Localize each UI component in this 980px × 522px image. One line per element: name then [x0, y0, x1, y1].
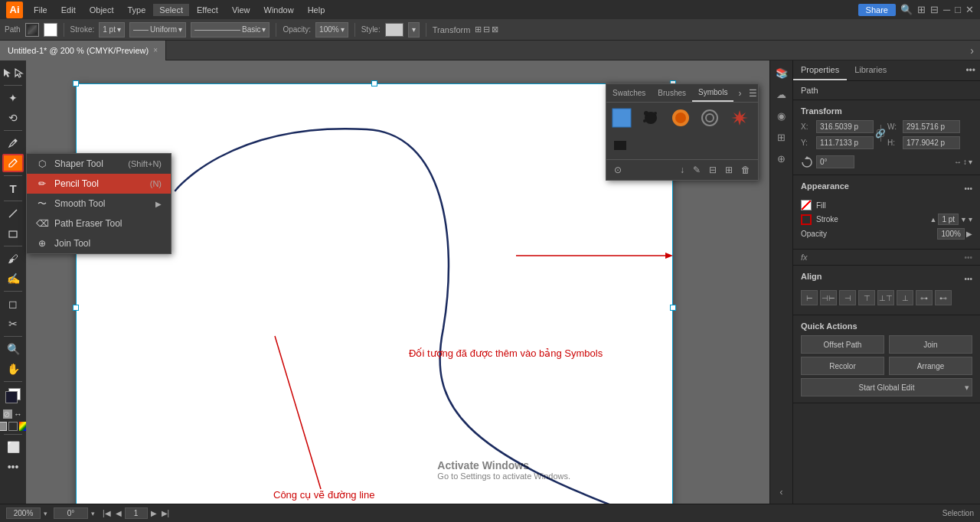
pencil-tool-item[interactable]: ✏ Pencil Tool (N) — [27, 174, 171, 194]
arrange-icon[interactable]: ⊟ — [930, 4, 939, 15]
global-edit-dropdown[interactable]: ▾ — [965, 383, 969, 393]
angle-dropdown-button[interactable]: ▾ — [91, 510, 95, 517]
minimize-icon[interactable]: ─ — [943, 4, 950, 15]
properties-tab[interactable]: Properties — [793, 60, 847, 80]
pencil-tool[interactable] — [2, 154, 24, 172]
menu-object[interactable]: Object — [83, 4, 120, 16]
cloud-icon[interactable]: ☁ — [773, 85, 791, 103]
menu-window[interactable]: Window — [258, 4, 300, 16]
distribute-v[interactable]: ⊷ — [935, 290, 952, 305]
symbol-item-2[interactable] — [668, 106, 693, 130]
align-right[interactable]: ⊣ — [839, 290, 856, 305]
zoom-in-tool[interactable]: 🔍 — [2, 340, 24, 358]
smooth-tool-item[interactable]: 〜 Smooth Tool ▶ — [27, 194, 171, 214]
align-left[interactable]: ⊢ — [801, 290, 818, 305]
default-colors[interactable]: ⊘ — [3, 409, 12, 419]
artboard-number[interactable]: 1 — [125, 507, 148, 519]
symbol-item-4[interactable] — [727, 106, 752, 130]
menu-select[interactable]: Select — [153, 4, 189, 16]
lasso-tool[interactable]: ⟲ — [2, 109, 24, 127]
fill-color-swatch[interactable] — [44, 23, 57, 37]
libraries-tab[interactable]: Libraries — [847, 60, 894, 80]
recolor-button[interactable]: Recolor — [801, 357, 884, 375]
distribute-h[interactable]: ⊶ — [916, 290, 933, 305]
lock-proportions-button[interactable]: 🔗 — [877, 129, 884, 137]
stroke-type-dropdown[interactable]: —— Uniform ▾ — [129, 22, 186, 38]
fx-more-button[interactable]: ••• — [964, 253, 972, 262]
search-icon[interactable]: 🔍 — [900, 4, 913, 15]
path-eraser-item[interactable]: ⌫ Path Eraser Tool — [27, 214, 171, 233]
canvas-area[interactable]: Đối tượng đã được thêm vào bảng Symbols … — [26, 60, 769, 504]
align-bottom[interactable]: ⊥ — [897, 290, 913, 305]
collapse-panels-button[interactable]: › — [964, 44, 980, 57]
sym-delete-button[interactable]: 🗑 — [738, 163, 753, 177]
maximize-icon[interactable]: □ — [955, 4, 961, 15]
blob-brush-tool[interactable]: ✍ — [2, 269, 24, 288]
scissors-tool[interactable]: ✂ — [2, 315, 24, 333]
align-icon1[interactable]: ⊞ — [475, 24, 482, 34]
arrange-button[interactable]: Arrange — [889, 357, 972, 375]
y-value[interactable]: 111.7133 p — [816, 136, 874, 149]
menu-edit[interactable]: Edit — [55, 4, 82, 16]
stroke-dropdown[interactable]: ▾ — [969, 215, 972, 223]
stroke-color-swatch[interactable] — [25, 23, 39, 37]
sym-break-button[interactable]: ⊟ — [706, 163, 720, 177]
align-more-button[interactable]: ••• — [964, 275, 972, 283]
more-tools[interactable]: ••• — [2, 458, 24, 476]
pen-tool[interactable] — [2, 134, 24, 152]
color-icon[interactable]: ◉ — [773, 106, 791, 125]
rot-flip-h[interactable]: ↔ — [954, 158, 962, 166]
rect-tool[interactable] — [2, 224, 24, 243]
symbol-item-1[interactable] — [639, 106, 663, 130]
share-button[interactable]: Share — [858, 4, 896, 16]
rot-flip-v[interactable]: ↕ — [963, 158, 967, 166]
properties-icon[interactable]: ⊞ — [773, 128, 791, 146]
menu-file[interactable]: File — [28, 4, 54, 16]
stroke-value-display[interactable]: 1 pt — [938, 214, 959, 225]
eraser-tool[interactable]: ◻ — [2, 295, 24, 313]
align-top[interactable]: ⊤ — [858, 290, 875, 305]
hand-tool[interactable]: ✋ — [2, 360, 24, 378]
align-center-v[interactable]: ⊥⊤ — [877, 290, 894, 305]
selection-tool[interactable] — [2, 64, 13, 82]
libraries-icon[interactable]: 📚 — [773, 64, 791, 82]
align-center-h[interactable]: ⊣⊢ — [820, 290, 837, 305]
menu-effect[interactable]: Effect — [191, 4, 224, 16]
symbols-tab[interactable]: Symbols — [692, 84, 733, 102]
stroke-value-dropdown[interactable]: 1 pt ▾ — [99, 22, 125, 38]
sym-spray-button[interactable]: ⊙ — [611, 163, 625, 177]
w-value[interactable]: 291.5716 p — [903, 120, 960, 133]
symbol-item-0[interactable] — [609, 106, 634, 130]
menu-view[interactable]: View — [226, 4, 256, 16]
sym-place-button[interactable]: ↓ — [677, 163, 688, 177]
sym-options-button[interactable]: ⊞ — [722, 163, 736, 177]
align-icon3[interactable]: ⊠ — [492, 24, 498, 34]
close-icon[interactable]: ✕ — [965, 4, 974, 15]
stroke-mode[interactable] — [8, 422, 18, 431]
opacity-dropdown[interactable]: 100% ▾ — [315, 22, 348, 38]
opacity-value-display[interactable]: 100% — [937, 228, 965, 240]
start-global-edit-button[interactable]: Start Global Edit — [801, 378, 972, 396]
swap-colors[interactable]: ↔ — [14, 409, 23, 419]
menu-type[interactable]: Type — [122, 4, 152, 16]
transform-button[interactable]: Transform — [433, 25, 471, 34]
h-value[interactable]: 177.9042 p — [903, 136, 960, 149]
line-tool[interactable] — [2, 204, 24, 223]
nav-next[interactable]: ▶ — [149, 509, 158, 517]
magic-wand-tool[interactable]: ✦ — [2, 89, 24, 107]
angle-value[interactable]: 0° — [54, 507, 88, 519]
expand-icon[interactable]: ⊕ — [773, 149, 791, 168]
tab-close-button[interactable]: × — [153, 46, 158, 54]
zoom-value[interactable]: 200% — [6, 507, 41, 519]
color-swatches[interactable] — [2, 385, 24, 406]
offset-path-button[interactable]: Offset Path — [801, 335, 884, 354]
appearance-more-button[interactable]: ••• — [964, 184, 972, 193]
stroke-swatch[interactable] — [801, 214, 812, 225]
shaper-tool-item[interactable]: ⬡ Shaper Tool (Shift+N) — [27, 154, 171, 174]
opacity-arrow[interactable]: ▶ — [966, 230, 972, 238]
nav-first[interactable]: |◀ — [101, 509, 113, 517]
brushes-tab[interactable]: Brushes — [652, 85, 692, 101]
menu-help[interactable]: Help — [302, 4, 332, 16]
nav-last[interactable]: ▶| — [160, 509, 172, 517]
type-tool[interactable]: T — [2, 179, 24, 197]
